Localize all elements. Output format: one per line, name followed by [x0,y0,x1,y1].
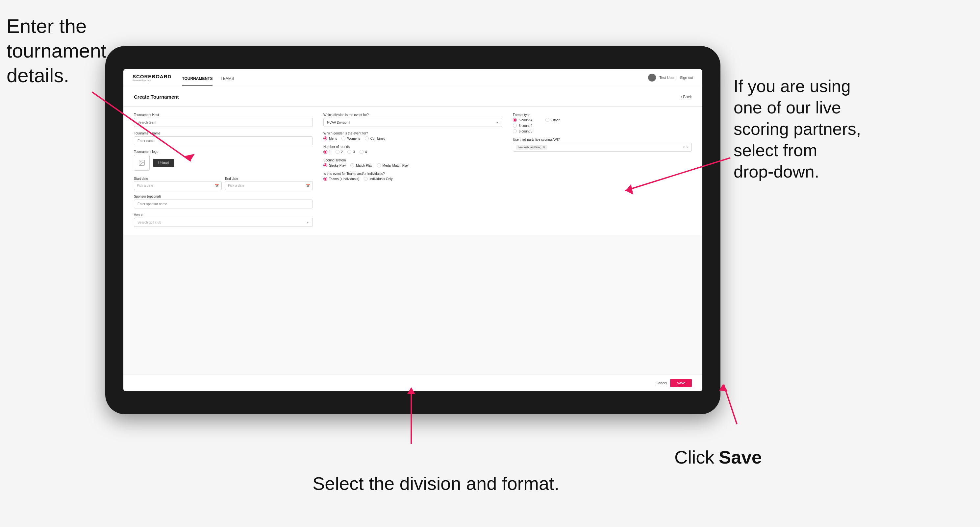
scoring-medal-radio[interactable] [377,163,381,167]
calendar-icon-end: 📅 [306,184,310,187]
division-select[interactable]: NCAA Division I ▼ [323,118,502,127]
scoring-match[interactable]: Match Play [350,163,372,167]
rounds-4-label: 4 [365,150,367,154]
format-5count4[interactable]: 5 count 4 [513,118,532,122]
logo-field-group: Tournament logo Upload [134,150,313,171]
host-field-group: Tournament Host [134,113,313,127]
tablet-device: SCOREBOARD Powered by clippit TOURNAMENT… [105,46,721,414]
format-6count5[interactable]: 6 count 5 [513,129,532,133]
rounds-2-label: 2 [341,150,343,154]
svg-text:If you are using: If you are using [733,76,851,96]
rounds-1[interactable]: 1 [323,150,331,154]
format-6count4-radio[interactable] [513,124,517,127]
api-tag-input[interactable]: Leaderboard King ✕ ▼ ✕ [513,143,692,152]
tablet-screen: SCOREBOARD Powered by clippit TOURNAMENT… [123,69,702,391]
api-chevron: ▼ ✕ [682,146,689,149]
svg-text:Save: Save [719,447,762,468]
sponsor-input[interactable] [134,200,313,208]
scoring-stroke[interactable]: Stroke Play [323,163,346,167]
gender-mens[interactable]: Mens [323,137,337,140]
svg-text:Click: Click [675,447,714,468]
division-field-group: Which division is the event for? NCAA Di… [323,113,502,127]
rounds-3-label: 3 [353,150,355,154]
api-tag-remove[interactable]: ✕ [543,145,546,149]
date-field-group: Start date Pick a date 📅 End date [134,175,313,190]
format-other-label: Other [551,118,560,122]
rounds-2[interactable]: 2 [336,150,343,154]
rounds-3[interactable]: 3 [347,150,355,154]
teams-team-radio[interactable] [323,177,327,181]
sponsor-label: Sponsor (optional) [134,195,313,198]
teams-individual-label: Individuals Only [369,177,393,181]
venue-field-group: Venue Search golf club ▼ [134,213,313,227]
svg-text:Select the division and format: Select the division and format. [312,473,559,494]
rounds-3-radio[interactable] [347,150,352,154]
svg-text:select from: select from [733,141,817,160]
teams-field-group: Is this event for Teams and/or Individua… [323,172,502,181]
form-content: Create Tournament ‹ Back Tournament Host… [123,86,702,374]
venue-label: Venue [134,213,313,217]
format-6count5-radio[interactable] [513,129,517,133]
scoring-stroke-radio[interactable] [323,163,327,167]
upload-button[interactable]: Upload [153,159,174,167]
start-date-input[interactable]: Pick a date 📅 [134,181,222,190]
start-date-placeholder: Pick a date [137,184,153,187]
format-other-radio[interactable] [546,118,549,122]
tab-tournaments[interactable]: TOURNAMENTS [182,76,213,86]
api-label: Use third-party live scoring API? [513,138,692,141]
sign-out-link[interactable]: Sign out [680,76,693,79]
venue-placeholder: Search golf club [137,221,161,224]
save-button[interactable]: Save [670,379,692,387]
rounds-1-label: 1 [329,150,331,154]
start-date-group: Start date Pick a date 📅 [134,175,222,190]
rounds-1-radio[interactable] [323,150,327,154]
nav-left: SCOREBOARD Powered by clippit TOURNAMENT… [132,69,234,86]
brand-logo: SCOREBOARD Powered by clippit [132,74,172,81]
end-date-input[interactable]: Pick a date 📅 [225,181,313,190]
scoring-match-radio[interactable] [350,163,354,167]
scoring-match-label: Match Play [356,164,372,167]
back-button[interactable]: ‹ Back [681,95,692,99]
navigation-bar: SCOREBOARD Powered by clippit TOURNAMENT… [123,69,702,86]
rounds-radio-group: 1 2 3 [323,150,502,154]
tab-teams[interactable]: TEAMS [220,76,234,86]
teams-individual[interactable]: Individuals Only [364,177,393,181]
format-5count4-radio[interactable] [513,118,517,122]
format-field-group: Format type 5 count 4 6 count [513,113,692,133]
scoring-stroke-label: Stroke Play [329,164,346,167]
svg-line-19 [724,385,737,424]
svg-point-1 [140,161,141,162]
rounds-label: Number of rounds [323,145,502,149]
teams-individual-radio[interactable] [364,177,368,181]
gender-womens[interactable]: Womens [342,137,360,140]
cancel-button[interactable]: Cancel [655,381,667,385]
format-6count4[interactable]: 6 count 4 [513,124,532,127]
nav-right: Test User | Sign out [648,74,693,81]
name-label: Tournament name [134,132,313,135]
gender-mens-label: Mens [329,137,337,140]
teams-label: Is this event for Teams and/or Individua… [323,172,502,176]
format-other[interactable]: Other [546,118,560,122]
gender-combined-radio[interactable] [365,137,369,140]
gender-field-group: Which gender is the event for? Mens Wome… [323,132,502,140]
scoring-medal-label: Medal Match Play [383,164,409,167]
venue-input[interactable]: Search golf club ▼ [134,218,313,227]
rounds-4-radio[interactable] [360,150,364,154]
division-label: Which division is the event for? [323,113,502,117]
format-options-right: Other [546,118,560,133]
rounds-2-radio[interactable] [336,150,339,154]
venue-chevron: ▼ [306,221,309,224]
end-date-label: End date [225,177,238,181]
rounds-4[interactable]: 4 [360,150,367,154]
scoring-label: Scoring system [323,159,502,162]
host-input[interactable] [134,118,313,127]
name-input[interactable] [134,137,313,145]
gender-mens-radio[interactable] [323,137,327,140]
gender-womens-radio[interactable] [342,137,345,140]
format-6count5-label: 6 count 5 [519,130,532,133]
teams-team[interactable]: Teams (+Individuals) [323,177,359,181]
gender-combined[interactable]: Combined [365,137,385,140]
scoring-medal[interactable]: Medal Match Play [377,163,409,167]
user-name: Test User | [659,76,676,79]
svg-text:scoring partners,: scoring partners, [733,119,861,138]
